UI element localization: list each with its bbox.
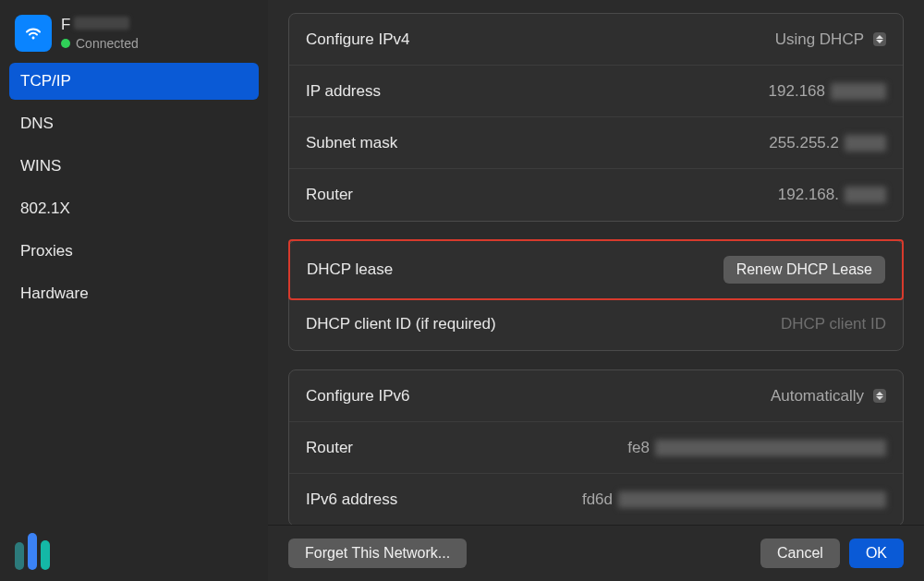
dhcp-client-id-input[interactable]: DHCP client ID [781, 315, 886, 333]
content-scroll: Configure IPv4 Using DHCP IP address 192… [268, 0, 924, 525]
router-v6-label: Router [306, 439, 353, 457]
sidebar-item-tcpip[interactable]: TCP/IP [9, 63, 259, 100]
ipv6-address-label: IPv6 address [306, 490, 397, 509]
row-ip-address: IP address 192.168 [289, 66, 903, 117]
renew-dhcp-button[interactable]: Renew DHCP Lease [723, 256, 885, 284]
connection-status: Connected [61, 36, 139, 51]
row-router-v6: Router fe8 [289, 422, 903, 474]
network-header: F Connected [0, 11, 268, 63]
wifi-icon [15, 15, 52, 52]
cancel-button[interactable]: Cancel [760, 539, 840, 568]
chevron-updown-icon [873, 389, 886, 403]
logo-bar-icon [41, 540, 50, 570]
logo-bar-icon [15, 542, 24, 570]
row-dhcp-client-id: DHCP client ID (if required) DHCP client… [289, 298, 903, 350]
main-panel: Configure IPv4 Using DHCP IP address 192… [268, 0, 924, 581]
router-v4-value: 192.168. [778, 186, 886, 204]
sidebar-item-hardware[interactable]: Hardware [9, 275, 259, 312]
row-dhcp-lease: DHCP lease Renew DHCP Lease [290, 241, 902, 298]
sidebar-list: TCP/IP DNS WINS 802.1X Proxies Hardware [0, 63, 268, 318]
ip-address-label: IP address [306, 82, 381, 101]
redacted-text [831, 83, 886, 100]
ipv6-address-value: fd6d [582, 490, 886, 509]
row-ipv6-address: IPv6 address fd6d [289, 474, 903, 525]
row-subnet-mask: Subnet mask 255.255.2 [289, 117, 903, 169]
footer-bar: Forget This Network... Cancel OK [268, 525, 924, 581]
sidebar-item-proxies[interactable]: Proxies [9, 233, 259, 270]
configure-ipv4-select[interactable]: Using DHCP [775, 30, 886, 49]
redacted-text [618, 491, 886, 508]
sidebar-item-8021x[interactable]: 802.1X [9, 190, 259, 227]
sidebar-item-dns[interactable]: DNS [9, 105, 259, 142]
network-name: F [61, 16, 139, 34]
redacted-text [74, 17, 129, 30]
configure-ipv6-select[interactable]: Automatically [771, 387, 886, 405]
redacted-text [845, 187, 886, 203]
highlight-annotation: DHCP lease Renew DHCP Lease [288, 239, 904, 300]
redacted-text [845, 135, 886, 151]
configure-ipv4-label: Configure IPv4 [306, 30, 409, 49]
redacted-text [655, 440, 886, 456]
chevron-updown-icon [873, 32, 886, 46]
ok-button[interactable]: OK [849, 539, 904, 568]
row-router-v4: Router 192.168. [289, 169, 903, 221]
router-v4-label: Router [306, 186, 353, 204]
configure-ipv6-label: Configure IPv6 [306, 387, 409, 405]
sidebar-item-wins[interactable]: WINS [9, 148, 259, 185]
ipv4-group: Configure IPv4 Using DHCP IP address 192… [288, 13, 904, 222]
row-configure-ipv6: Configure IPv6 Automatically [289, 370, 903, 422]
dhcp-group: DHCP lease Renew DHCP Lease DHCP client … [288, 240, 904, 351]
subnet-mask-label: Subnet mask [306, 134, 397, 152]
forget-network-button[interactable]: Forget This Network... [288, 539, 467, 568]
sidebar: F Connected TCP/IP DNS WINS 802.1X Proxi… [0, 0, 268, 581]
dhcp-lease-label: DHCP lease [307, 260, 393, 279]
logo-bar-icon [28, 533, 37, 570]
ip-address-value: 192.168 [769, 82, 886, 101]
row-configure-ipv4: Configure IPv4 Using DHCP [289, 14, 903, 66]
subnet-mask-value: 255.255.2 [769, 134, 886, 152]
ipv6-group: Configure IPv6 Automatically Router fe8 … [288, 369, 904, 525]
network-info: F Connected [61, 16, 139, 51]
router-v6-value: fe8 [627, 439, 886, 457]
status-dot-icon [61, 39, 70, 48]
brand-logo [15, 533, 50, 570]
dhcp-client-id-label: DHCP client ID (if required) [306, 315, 496, 333]
